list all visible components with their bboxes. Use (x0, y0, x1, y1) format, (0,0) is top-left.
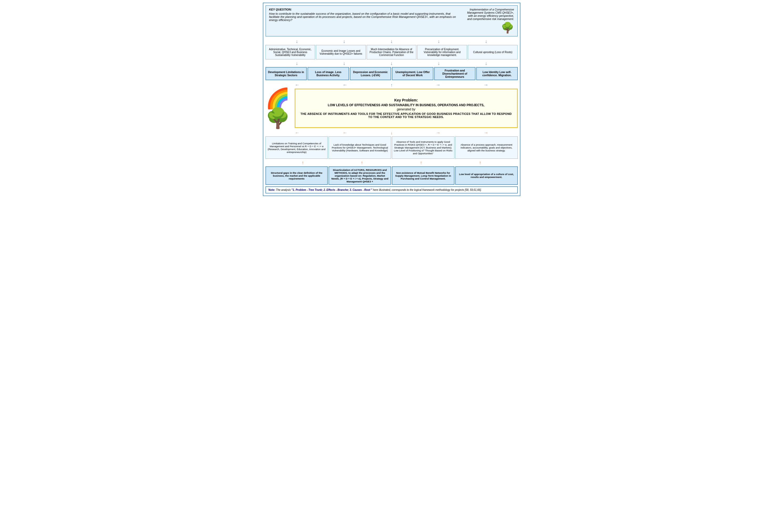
arrow-d-4: ↓ (438, 61, 440, 66)
arrow-d-3: ↓ (390, 61, 393, 66)
effect-dark-3: Depression and Economic Losses. (-EVA) (350, 67, 392, 80)
note-end-text: here illustrated, corresponds to the log… (373, 188, 482, 191)
main-container: KEY QUESTION: How to contribute to the s… (263, 3, 521, 196)
orange-arrow-right: → (436, 130, 440, 136)
cause-dark-2: Disarticulation of ACTORS, RESOURCES and… (328, 166, 391, 185)
arrows-down-2: ↓ ↓ ↓ ↓ ↓ (265, 60, 518, 67)
effect-light-3: Much Intermediation for Absence of Produ… (367, 45, 417, 59)
effect-light-4: Precarization of Employment. Vulnerabili… (417, 45, 467, 59)
effect-dark-2: Loss of image. Less Business Activity. (308, 67, 349, 80)
arrow-down-3: ↓ (390, 39, 393, 44)
arrow-down-1: ↓ (296, 39, 298, 44)
causes-light-row: Limitations on Training and Competencies… (265, 136, 518, 159)
arrow-left: ← (295, 82, 300, 88)
orange-arrow-left2: ← (343, 130, 347, 136)
orange-up-1: ↑ (302, 160, 304, 165)
top-right-area: Implementation of a Comprehensive Manage… (462, 8, 514, 34)
key-problem-title: Key Problem: (300, 98, 513, 102)
arrow-down-2: ↓ (343, 39, 345, 44)
effect-light-5: Cultural uprooting (Loss of Roots) (468, 45, 518, 59)
note-label: Note: (269, 188, 276, 191)
effect-light-2: Economic and Image Losses and Vulnerabil… (316, 45, 366, 59)
effect-dark-4: Unemployment. Low Offer of Decent Work (392, 67, 433, 80)
key-question-text: How to contribute to the sustainable suc… (269, 12, 462, 22)
note-bold-text: "1. Problem - Tree Trunk; 2. Effects - B… (291, 188, 372, 191)
top-text-area: KEY QUESTION: How to contribute to the s… (269, 8, 462, 22)
orange-arrow-left: ← (295, 130, 300, 136)
arrow-mid: ↑ (390, 83, 393, 88)
cause-light-3: Absence of Tools and Instruments to appl… (392, 136, 455, 159)
orange-arrow-right2: → (483, 130, 488, 136)
key-problem-generated: generated by (300, 107, 513, 111)
arrow-right: → (436, 82, 440, 88)
cause-dark-1: Structural gaps in the clear definition … (265, 166, 328, 185)
arrow-d-5: ↓ (485, 61, 487, 66)
arrows-to-causes: ← ← ↓ → → (265, 130, 518, 136)
arrow-d-1: ↓ (296, 61, 298, 66)
colorful-tree-icon: 🌈🌳 (265, 89, 293, 128)
effects-dark-row: Development Limitations in Strategic Sec… (265, 67, 518, 80)
arrows-up-causes: ↑ ↑ ↑ ↑ (265, 160, 518, 166)
cause-light-1: Limitations on Training and Competencies… (265, 136, 328, 159)
key-problem-box: Key Problem: LOW LEVELS OF EFFECTIVENESS… (295, 89, 518, 128)
cause-light-4: Absence of a process approach, measureme… (455, 136, 518, 159)
effect-dark-5: Frustration and Disenchantment of Entrep… (434, 67, 476, 80)
effect-light-1: Administrative, Technical, Economic, Soc… (265, 45, 315, 59)
middle-section: 🌈🌳 Key Problem: LOW LEVELS OF EFFECTIVEN… (265, 89, 518, 128)
effects-light-row: Administrative, Technical, Economic, Soc… (265, 45, 518, 59)
tree-icon: 🌳 (464, 22, 514, 34)
key-question-label: KEY QUESTION: (269, 8, 462, 11)
top-right-title: Implementation of a Comprehensive Manage… (464, 8, 514, 21)
cause-light-2: Lack of knowledge about Techniques and G… (328, 136, 391, 159)
orange-up-2: ↑ (361, 160, 363, 165)
causes-dark-row: Structural gaps in the clear definition … (265, 166, 518, 185)
cause-dark-3: Non-existence of Mutual Benefit Networks… (392, 166, 455, 185)
top-section: KEY QUESTION: How to contribute to the s… (265, 5, 518, 36)
effect-dark-1: Development Limitations in Strategic Sec… (265, 67, 307, 80)
arrow-d-2: ↓ (343, 61, 345, 66)
cause-dark-4: Low level of appropriation of a culture … (455, 166, 518, 185)
arrows-down-1: ↓ ↓ ↓ ↓ ↓ (265, 38, 518, 45)
arrow-right-2: → (483, 82, 488, 88)
note-box: Note: The analysis "1. Problem - Tree Tr… (265, 186, 518, 193)
key-problem-line2: THE ABSENCE OF INSTRUMENTS AND TOOLS FOR… (300, 112, 513, 119)
arrows-to-problem: ← ← ↑ → → (265, 82, 518, 88)
arrow-down-4: ↓ (438, 39, 440, 44)
key-problem-line1: LOW LEVELS OF EFFECTIVENESS AND SUSTAINA… (300, 103, 513, 107)
note-text: The analysis (276, 188, 291, 191)
orange-arrow-down: ↓ (390, 131, 393, 135)
arrow-down-5: ↓ (485, 39, 487, 44)
effect-dark-6: Low Identity Low self-confidence. Migrat… (476, 67, 518, 80)
orange-up-3: ↑ (420, 160, 422, 165)
orange-up-4: ↑ (479, 160, 481, 165)
colorful-tree-area: 🌈🌳 (265, 89, 293, 128)
arrow-left-2: ← (343, 82, 347, 88)
